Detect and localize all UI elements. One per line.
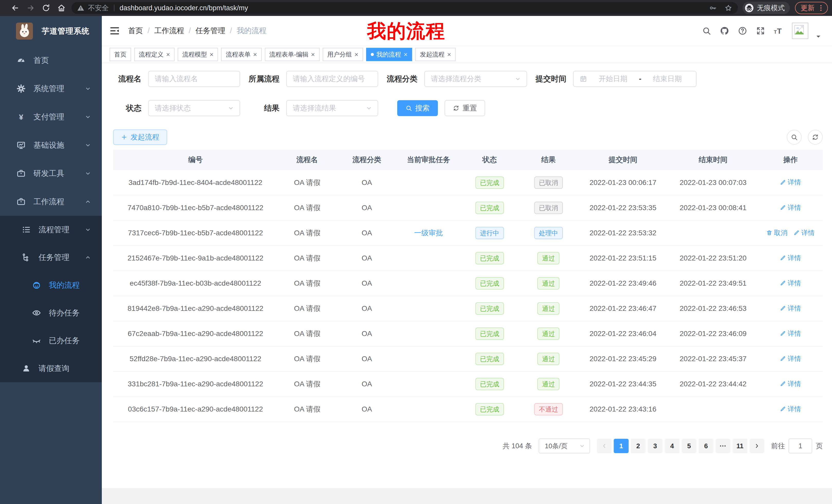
- sidebar-item-dev-tools[interactable]: 研发工具: [0, 159, 102, 188]
- breadcrumb-item[interactable]: 首页: [128, 26, 143, 36]
- process-id-cell: 7470a810-7b9b-11ec-b5b7-acde48001122: [113, 195, 278, 220]
- action-label: 详情: [787, 178, 801, 187]
- status-cell: 已完成: [460, 346, 519, 371]
- detail-button[interactable]: 详情: [794, 228, 814, 237]
- fullscreen-icon[interactable]: [756, 26, 765, 35]
- detail-button[interactable]: 详情: [780, 279, 801, 288]
- close-icon[interactable]: ×: [253, 51, 257, 58]
- sidebar-item-my-process[interactable]: 我的流程: [0, 271, 102, 299]
- detail-button[interactable]: 详情: [780, 380, 801, 388]
- tab-user-group[interactable]: 用户分组×: [323, 48, 363, 61]
- tab-process-form-edit[interactable]: 流程表单-编辑×: [265, 48, 319, 61]
- bookmark-star-icon[interactable]: [725, 4, 732, 12]
- browser-home-icon[interactable]: [57, 4, 66, 12]
- help-icon[interactable]: [738, 26, 747, 35]
- close-icon[interactable]: ×: [447, 51, 451, 58]
- avatar-caret-down-icon[interactable]: [815, 33, 822, 40]
- result-badge: 已取消: [534, 176, 563, 189]
- close-icon[interactable]: ×: [311, 51, 315, 58]
- sidebar-item-payment-mgmt[interactable]: ¥支付管理: [0, 103, 102, 131]
- start-process-button[interactable]: 发起流程: [113, 130, 167, 145]
- page-number-button[interactable]: 2: [631, 439, 646, 453]
- submit-time-range-picker[interactable]: 开始日期 - 结束日期: [573, 71, 697, 87]
- status-select[interactable]: 请选择状态: [148, 100, 240, 116]
- tab-process-model[interactable]: 流程模型×: [178, 48, 218, 61]
- detail-button[interactable]: 详情: [780, 178, 801, 187]
- sidebar-logo-row[interactable]: 芋道管理系统: [0, 16, 102, 46]
- pagination-goto: 前往页: [771, 439, 823, 453]
- pagination-more-button[interactable]: ···: [716, 439, 730, 453]
- browser-reload-icon[interactable]: [42, 4, 50, 12]
- current-task-link[interactable]: 一级审批: [414, 229, 443, 237]
- sidebar-item-leave-query[interactable]: 请假查询: [0, 355, 102, 382]
- sidebar-item-system-mgmt[interactable]: 系统管理: [0, 75, 102, 103]
- sidebar-item-todo-tasks[interactable]: 待办任务: [0, 299, 102, 327]
- tree-icon: [22, 253, 31, 262]
- avatar[interactable]: [792, 23, 808, 39]
- update-button[interactable]: 更新: [795, 2, 828, 14]
- result-select[interactable]: 请选择流结果: [286, 100, 378, 116]
- breadcrumb-item[interactable]: 任务管理: [196, 26, 225, 36]
- tab-process-form[interactable]: 流程表单×: [221, 48, 261, 61]
- close-icon[interactable]: ×: [166, 51, 170, 58]
- page-size-select[interactable]: 10条/页: [539, 439, 590, 453]
- sidebar-item-workflow[interactable]: 工作流程: [0, 188, 102, 216]
- cancel-button[interactable]: 取消: [766, 228, 787, 237]
- sidebar-item-infrastructure[interactable]: 基础设施: [0, 131, 102, 159]
- browser-back-icon[interactable]: [11, 4, 20, 12]
- page-number-button[interactable]: 3: [648, 439, 662, 453]
- sidebar-toggle-icon[interactable]: [109, 26, 120, 36]
- detail-button[interactable]: 详情: [780, 329, 801, 338]
- detail-button[interactable]: 详情: [780, 203, 801, 212]
- tab-start-process[interactable]: 发起流程×: [415, 48, 456, 61]
- actions-cell: 详情: [758, 371, 823, 397]
- category-select[interactable]: 请选择流程分类: [424, 71, 527, 87]
- sidebar-item-label: 系统管理: [33, 83, 84, 94]
- tab-process-definition[interactable]: 流程定义×: [134, 48, 175, 61]
- close-icon[interactable]: ×: [404, 51, 408, 58]
- page-number-button[interactable]: 11: [732, 439, 747, 453]
- detail-button[interactable]: 详情: [780, 254, 801, 262]
- breadcrumb-separator: /: [148, 26, 150, 35]
- password-key-icon[interactable]: [709, 4, 717, 12]
- url-text[interactable]: dashboard.yudao.iocoder.cn/bpm/task/my: [120, 4, 701, 12]
- detail-button[interactable]: 详情: [780, 354, 801, 363]
- process-definition-input[interactable]: [286, 71, 378, 87]
- prev-page-button[interactable]: [597, 439, 612, 453]
- sidebar-item-home[interactable]: 首页: [0, 46, 102, 75]
- search-icon[interactable]: [702, 26, 711, 35]
- table-refresh-button[interactable]: [808, 130, 823, 145]
- sidebar-item-process-mgmt[interactable]: 流程管理: [0, 216, 102, 244]
- omnibox-divider: [114, 5, 114, 11]
- close-icon[interactable]: ×: [210, 51, 213, 58]
- page-number-button[interactable]: 6: [699, 439, 713, 453]
- table-search-toggle-button[interactable]: [787, 130, 802, 145]
- process-name-input[interactable]: [148, 71, 240, 87]
- tab-home[interactable]: 首页: [109, 48, 131, 61]
- table-column-header: 操作: [758, 149, 823, 170]
- detail-button[interactable]: 详情: [780, 404, 801, 414]
- chevron-down-icon: [84, 170, 92, 177]
- page-number-button[interactable]: 5: [682, 439, 697, 453]
- search-button[interactable]: 搜索: [397, 100, 438, 116]
- page-number-button[interactable]: 1: [614, 439, 629, 453]
- address-bar[interactable]: 不安全 dashboard.yudao.iocoder.cn/bpm/task/…: [72, 2, 738, 14]
- page-number-button[interactable]: 4: [665, 439, 679, 453]
- github-icon[interactable]: [720, 26, 729, 35]
- next-page-button[interactable]: [750, 439, 764, 453]
- tab-my-process[interactable]: 我的流程×: [366, 48, 412, 61]
- briefcase-icon: [17, 169, 26, 178]
- close-icon[interactable]: ×: [355, 51, 358, 58]
- detail-button[interactable]: 详情: [780, 304, 801, 313]
- process-name-cell: OA 请假: [278, 246, 337, 271]
- font-size-icon[interactable]: TT: [774, 26, 783, 35]
- sidebar-item-done-tasks[interactable]: 已办任务: [0, 327, 102, 355]
- status-badge: 已完成: [475, 328, 504, 340]
- browser-menu-icon[interactable]: [817, 4, 825, 12]
- breadcrumb-item[interactable]: 工作流程: [154, 26, 184, 36]
- table-row: 03c6c157-7b9a-11ec-a290-acde48001122OA 请…: [113, 397, 823, 422]
- goto-page-input[interactable]: [788, 439, 812, 453]
- browser-forward-icon[interactable]: [26, 4, 35, 12]
- sidebar-item-task-mgmt[interactable]: 任务管理: [0, 244, 102, 271]
- reset-button[interactable]: 重置: [445, 100, 485, 116]
